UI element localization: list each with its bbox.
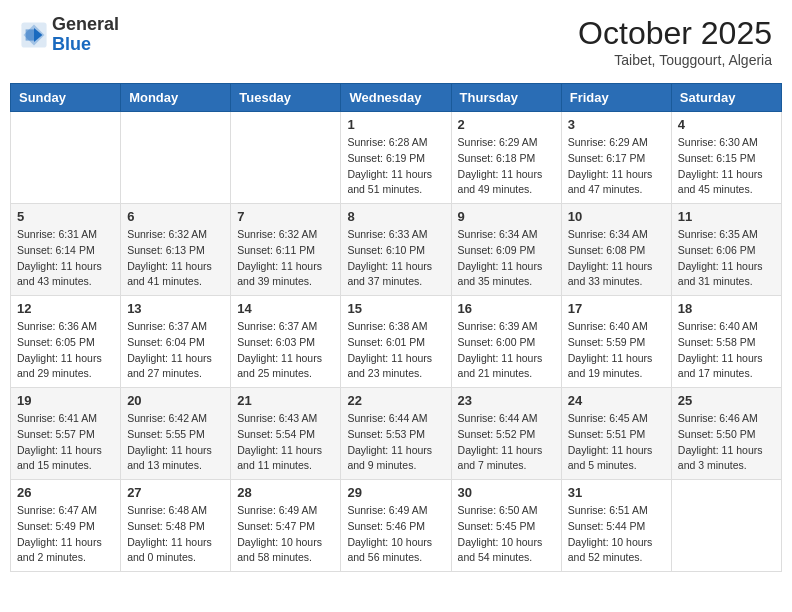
calendar-cell: 5Sunrise: 6:31 AMSunset: 6:14 PMDaylight… — [11, 204, 121, 296]
day-number: 27 — [127, 485, 224, 500]
day-number: 23 — [458, 393, 555, 408]
day-info: Sunrise: 6:38 AMSunset: 6:01 PMDaylight:… — [347, 319, 444, 382]
day-info: Sunrise: 6:41 AMSunset: 5:57 PMDaylight:… — [17, 411, 114, 474]
day-info: Sunrise: 6:50 AMSunset: 5:45 PMDaylight:… — [458, 503, 555, 566]
day-info: Sunrise: 6:32 AMSunset: 6:11 PMDaylight:… — [237, 227, 334, 290]
day-number: 12 — [17, 301, 114, 316]
calendar-cell: 11Sunrise: 6:35 AMSunset: 6:06 PMDayligh… — [671, 204, 781, 296]
calendar-cell: 26Sunrise: 6:47 AMSunset: 5:49 PMDayligh… — [11, 480, 121, 572]
day-header-friday: Friday — [561, 84, 671, 112]
calendar-cell — [121, 112, 231, 204]
day-info: Sunrise: 6:40 AMSunset: 5:59 PMDaylight:… — [568, 319, 665, 382]
calendar-cell: 21Sunrise: 6:43 AMSunset: 5:54 PMDayligh… — [231, 388, 341, 480]
calendar-cell: 4Sunrise: 6:30 AMSunset: 6:15 PMDaylight… — [671, 112, 781, 204]
calendar-cell: 22Sunrise: 6:44 AMSunset: 5:53 PMDayligh… — [341, 388, 451, 480]
day-number: 10 — [568, 209, 665, 224]
calendar-cell: 15Sunrise: 6:38 AMSunset: 6:01 PMDayligh… — [341, 296, 451, 388]
day-info: Sunrise: 6:35 AMSunset: 6:06 PMDaylight:… — [678, 227, 775, 290]
calendar-cell: 30Sunrise: 6:50 AMSunset: 5:45 PMDayligh… — [451, 480, 561, 572]
day-info: Sunrise: 6:34 AMSunset: 6:09 PMDaylight:… — [458, 227, 555, 290]
logo-blue-text: Blue — [52, 35, 119, 55]
day-number: 2 — [458, 117, 555, 132]
logo: General Blue — [20, 15, 119, 55]
location: Taibet, Touggourt, Algeria — [578, 52, 772, 68]
day-info: Sunrise: 6:37 AMSunset: 6:04 PMDaylight:… — [127, 319, 224, 382]
calendar-week-row: 26Sunrise: 6:47 AMSunset: 5:49 PMDayligh… — [11, 480, 782, 572]
day-number: 1 — [347, 117, 444, 132]
day-info: Sunrise: 6:34 AMSunset: 6:08 PMDaylight:… — [568, 227, 665, 290]
day-info: Sunrise: 6:44 AMSunset: 5:52 PMDaylight:… — [458, 411, 555, 474]
page-header: General Blue October 2025 Taibet, Touggo… — [10, 10, 782, 73]
day-number: 29 — [347, 485, 444, 500]
day-header-saturday: Saturday — [671, 84, 781, 112]
day-number: 13 — [127, 301, 224, 316]
logo-icon — [20, 21, 48, 49]
day-info: Sunrise: 6:36 AMSunset: 6:05 PMDaylight:… — [17, 319, 114, 382]
calendar-week-row: 5Sunrise: 6:31 AMSunset: 6:14 PMDaylight… — [11, 204, 782, 296]
month-title: October 2025 — [578, 15, 772, 52]
day-header-monday: Monday — [121, 84, 231, 112]
calendar-week-row: 19Sunrise: 6:41 AMSunset: 5:57 PMDayligh… — [11, 388, 782, 480]
calendar-cell: 3Sunrise: 6:29 AMSunset: 6:17 PMDaylight… — [561, 112, 671, 204]
day-number: 11 — [678, 209, 775, 224]
calendar-cell: 12Sunrise: 6:36 AMSunset: 6:05 PMDayligh… — [11, 296, 121, 388]
day-info: Sunrise: 6:37 AMSunset: 6:03 PMDaylight:… — [237, 319, 334, 382]
day-number: 26 — [17, 485, 114, 500]
day-info: Sunrise: 6:33 AMSunset: 6:10 PMDaylight:… — [347, 227, 444, 290]
calendar-cell: 6Sunrise: 6:32 AMSunset: 6:13 PMDaylight… — [121, 204, 231, 296]
day-header-thursday: Thursday — [451, 84, 561, 112]
day-number: 4 — [678, 117, 775, 132]
calendar-cell — [231, 112, 341, 204]
day-info: Sunrise: 6:28 AMSunset: 6:19 PMDaylight:… — [347, 135, 444, 198]
day-info: Sunrise: 6:45 AMSunset: 5:51 PMDaylight:… — [568, 411, 665, 474]
calendar-cell: 19Sunrise: 6:41 AMSunset: 5:57 PMDayligh… — [11, 388, 121, 480]
day-number: 30 — [458, 485, 555, 500]
day-info: Sunrise: 6:44 AMSunset: 5:53 PMDaylight:… — [347, 411, 444, 474]
calendar-cell: 29Sunrise: 6:49 AMSunset: 5:46 PMDayligh… — [341, 480, 451, 572]
day-info: Sunrise: 6:47 AMSunset: 5:49 PMDaylight:… — [17, 503, 114, 566]
calendar-cell — [671, 480, 781, 572]
calendar-cell: 17Sunrise: 6:40 AMSunset: 5:59 PMDayligh… — [561, 296, 671, 388]
calendar-cell: 27Sunrise: 6:48 AMSunset: 5:48 PMDayligh… — [121, 480, 231, 572]
calendar-cell — [11, 112, 121, 204]
calendar-cell: 9Sunrise: 6:34 AMSunset: 6:09 PMDaylight… — [451, 204, 561, 296]
day-number: 7 — [237, 209, 334, 224]
calendar-cell: 8Sunrise: 6:33 AMSunset: 6:10 PMDaylight… — [341, 204, 451, 296]
day-info: Sunrise: 6:46 AMSunset: 5:50 PMDaylight:… — [678, 411, 775, 474]
day-info: Sunrise: 6:39 AMSunset: 6:00 PMDaylight:… — [458, 319, 555, 382]
day-number: 3 — [568, 117, 665, 132]
calendar-cell: 16Sunrise: 6:39 AMSunset: 6:00 PMDayligh… — [451, 296, 561, 388]
day-number: 9 — [458, 209, 555, 224]
day-info: Sunrise: 6:43 AMSunset: 5:54 PMDaylight:… — [237, 411, 334, 474]
logo-general-text: General — [52, 15, 119, 35]
svg-marker-3 — [26, 29, 36, 40]
day-number: 22 — [347, 393, 444, 408]
day-info: Sunrise: 6:48 AMSunset: 5:48 PMDaylight:… — [127, 503, 224, 566]
calendar-cell: 14Sunrise: 6:37 AMSunset: 6:03 PMDayligh… — [231, 296, 341, 388]
calendar-cell: 18Sunrise: 6:40 AMSunset: 5:58 PMDayligh… — [671, 296, 781, 388]
day-info: Sunrise: 6:31 AMSunset: 6:14 PMDaylight:… — [17, 227, 114, 290]
day-number: 21 — [237, 393, 334, 408]
day-info: Sunrise: 6:42 AMSunset: 5:55 PMDaylight:… — [127, 411, 224, 474]
day-number: 16 — [458, 301, 555, 316]
day-info: Sunrise: 6:30 AMSunset: 6:15 PMDaylight:… — [678, 135, 775, 198]
calendar-table: SundayMondayTuesdayWednesdayThursdayFrid… — [10, 83, 782, 572]
calendar-cell: 24Sunrise: 6:45 AMSunset: 5:51 PMDayligh… — [561, 388, 671, 480]
day-info: Sunrise: 6:32 AMSunset: 6:13 PMDaylight:… — [127, 227, 224, 290]
day-info: Sunrise: 6:29 AMSunset: 6:17 PMDaylight:… — [568, 135, 665, 198]
day-number: 28 — [237, 485, 334, 500]
day-number: 24 — [568, 393, 665, 408]
day-number: 14 — [237, 301, 334, 316]
day-header-wednesday: Wednesday — [341, 84, 451, 112]
calendar-cell: 1Sunrise: 6:28 AMSunset: 6:19 PMDaylight… — [341, 112, 451, 204]
day-info: Sunrise: 6:29 AMSunset: 6:18 PMDaylight:… — [458, 135, 555, 198]
calendar-cell: 13Sunrise: 6:37 AMSunset: 6:04 PMDayligh… — [121, 296, 231, 388]
calendar-cell: 20Sunrise: 6:42 AMSunset: 5:55 PMDayligh… — [121, 388, 231, 480]
calendar-cell: 2Sunrise: 6:29 AMSunset: 6:18 PMDaylight… — [451, 112, 561, 204]
day-number: 25 — [678, 393, 775, 408]
day-number: 6 — [127, 209, 224, 224]
day-number: 19 — [17, 393, 114, 408]
day-info: Sunrise: 6:49 AMSunset: 5:46 PMDaylight:… — [347, 503, 444, 566]
day-info: Sunrise: 6:40 AMSunset: 5:58 PMDaylight:… — [678, 319, 775, 382]
day-number: 15 — [347, 301, 444, 316]
